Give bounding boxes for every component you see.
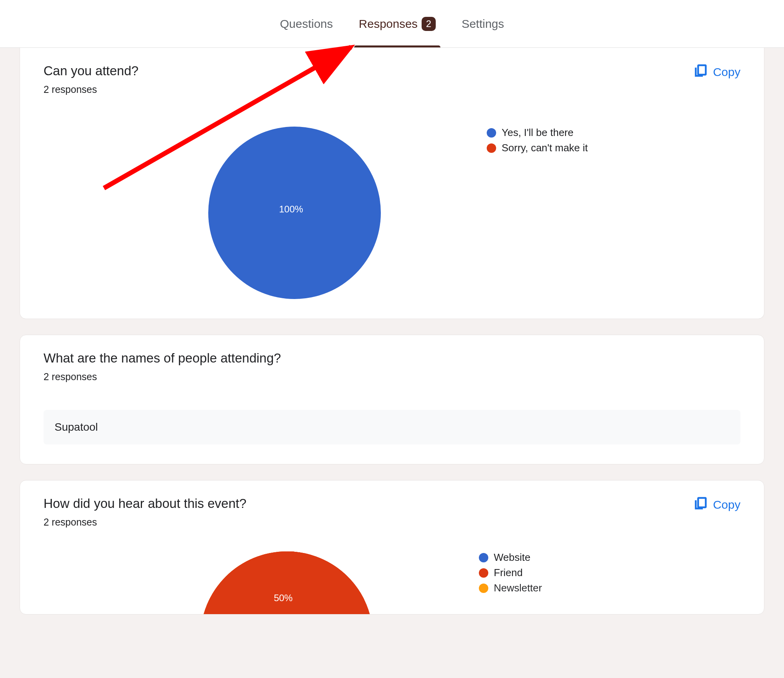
tab-questions-label: Questions <box>280 17 333 31</box>
tab-responses[interactable]: Responses 2 <box>356 0 439 47</box>
response-count: 2 responses <box>44 371 281 383</box>
tab-responses-label: Responses <box>359 17 418 31</box>
legend-item: Newsletter <box>479 582 542 594</box>
copy-button[interactable]: Copy <box>693 496 740 513</box>
copy-button[interactable]: Copy <box>693 63 740 80</box>
question-card-attend: Can you attend? 2 responses Copy 100% <box>20 48 764 319</box>
legend-label: Newsletter <box>494 582 542 594</box>
question-title: What are the names of people attending? <box>44 351 281 366</box>
tab-settings-label: Settings <box>462 17 504 31</box>
response-count: 2 responses <box>44 517 246 528</box>
responses-count-badge: 2 <box>422 17 436 31</box>
chart-legend: Yes, I'll be there Sorry, can't make it <box>487 127 588 154</box>
svg-rect-2 <box>698 65 706 75</box>
pie-slice-label: 50% <box>274 593 293 604</box>
question-title: How did you hear about this event? <box>44 496 246 511</box>
legend-swatch-blue <box>487 128 496 138</box>
tab-questions[interactable]: Questions <box>277 0 336 47</box>
pie-chart-attend: 100% <box>208 127 381 299</box>
response-count: 2 responses <box>44 84 138 95</box>
legend-item: Yes, I'll be there <box>487 127 588 139</box>
question-card-hear: How did you hear about this event? 2 res… <box>20 480 764 615</box>
legend-swatch-red <box>487 143 496 153</box>
copy-label: Copy <box>713 65 740 79</box>
legend-label: Website <box>494 551 530 564</box>
legend-item: Website <box>479 551 542 564</box>
legend-swatch-orange <box>479 584 488 593</box>
legend-label: Yes, I'll be there <box>502 127 573 139</box>
copy-icon <box>693 496 708 513</box>
tab-settings[interactable]: Settings <box>458 0 507 47</box>
pie-slice-label: 100% <box>279 204 303 215</box>
legend-label: Sorry, can't make it <box>502 142 588 154</box>
legend-label: Friend <box>494 567 523 579</box>
legend-swatch-red <box>479 568 488 578</box>
legend-item: Friend <box>479 567 542 579</box>
copy-label: Copy <box>713 498 740 511</box>
chart-legend: Website Friend Newsletter <box>479 551 542 594</box>
tabs-bar: Questions Responses 2 Settings <box>0 0 784 48</box>
legend-item: Sorry, can't make it <box>487 142 588 154</box>
question-title: Can you attend? <box>44 63 138 78</box>
copy-icon <box>693 63 708 80</box>
svg-rect-4 <box>698 498 706 508</box>
legend-swatch-blue <box>479 553 488 562</box>
pie-chart-hear: 50% <box>200 551 373 614</box>
text-response-item: Supatool <box>44 410 740 444</box>
question-card-names: What are the names of people attending? … <box>20 335 764 464</box>
